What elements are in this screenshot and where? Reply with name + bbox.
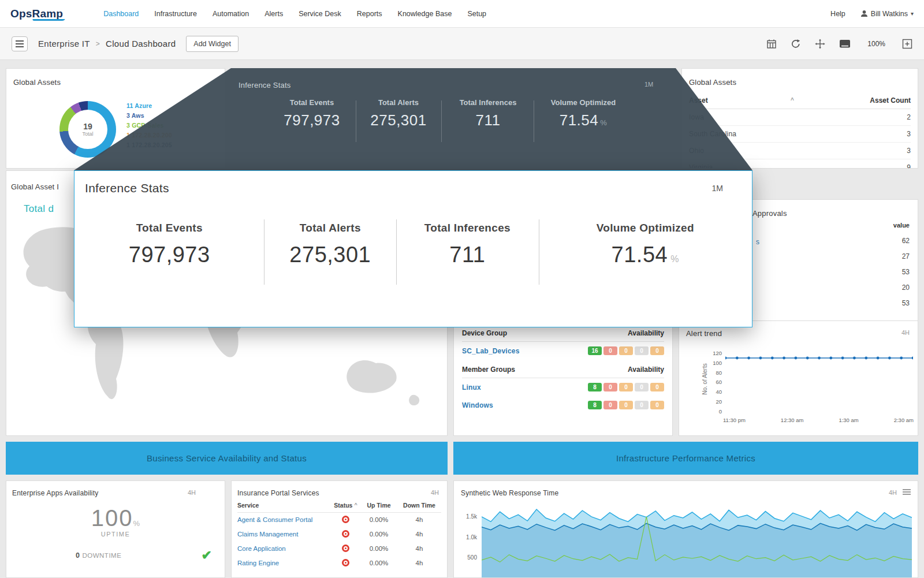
metric-value: 275,301 [264, 243, 396, 267]
metric-total-inferences: Total Inferences 711 [396, 217, 538, 285]
donut-total-label: Total [82, 131, 93, 137]
metric-value: 797,973 [74, 243, 264, 267]
col-downtime[interactable]: Down Time [399, 502, 439, 509]
approval-link-fragment[interactable]: s [756, 238, 759, 246]
synthetic-response-chart[interactable] [482, 506, 912, 578]
badge-unknown[interactable]: 0 [635, 383, 649, 391]
col-status[interactable]: Status^ [333, 502, 359, 509]
metric-total-events: Total Events 797,973 [74, 217, 264, 285]
member-group-link[interactable]: Windows [462, 401, 493, 409]
badge-unknown[interactable]: 0 [635, 401, 649, 409]
nav-automation[interactable]: Automation [213, 10, 249, 18]
insurance-table-header: Service Status^ Up Time Down Time [237, 502, 441, 513]
nav-alerts[interactable]: Alerts [264, 10, 283, 18]
expand-icon[interactable] [902, 39, 912, 49]
badge-critical[interactable]: 0 [603, 346, 617, 355]
move-icon[interactable] [815, 39, 825, 49]
x-tick: 1:30 am [839, 417, 858, 423]
badge-critical[interactable]: 0 [603, 401, 617, 409]
add-widget-button[interactable]: Add Widget [186, 36, 239, 52]
asset-count: 9 [907, 163, 911, 169]
nav-knowledge-base[interactable]: Knowledge Base [398, 10, 452, 18]
col-service[interactable]: Service [237, 502, 333, 509]
member-group-link[interactable]: Linux [462, 383, 481, 391]
period-label: 4H [188, 489, 196, 496]
menu-icon[interactable] [12, 36, 28, 51]
badge-unknown[interactable]: 0 [635, 346, 649, 355]
badge-critical[interactable]: 0 [603, 383, 617, 391]
metric-label: Total Inferences [445, 98, 531, 107]
x-tick: 11:30 pm [723, 417, 746, 423]
sort-caret-icon: ^ [791, 97, 794, 103]
service-link[interactable]: Agent & Consumer Portal [237, 516, 333, 523]
badge-maintenance[interactable]: 0 [650, 401, 664, 409]
col-uptime[interactable]: Up Time [359, 502, 399, 509]
popup-metrics: Total Events 797,973 Total Alerts 275,30… [74, 217, 752, 285]
badge-warning[interactable]: 0 [619, 346, 633, 355]
badge-warning[interactable]: 0 [619, 401, 633, 409]
uptime-cell: 0.00% [359, 531, 399, 538]
nav-setup[interactable]: Setup [467, 10, 486, 18]
status-error-icon [342, 559, 349, 566]
downtime-cell: 4h [399, 531, 439, 538]
nav-dashboard[interactable]: Dashboard [103, 10, 139, 18]
availability-badges: 8 0 0 0 0 [588, 401, 664, 409]
badge-ok[interactable]: 8 [588, 383, 602, 391]
widget-menu-icon[interactable] [903, 489, 911, 495]
col-availability: Availability [628, 329, 664, 337]
breadcrumb-root[interactable]: Enterprise IT [38, 39, 90, 49]
uptime-value: 100 [91, 505, 133, 531]
col-availability: Availability [628, 366, 664, 374]
asset-count: 3 [907, 147, 911, 155]
calendar-icon[interactable] [766, 39, 777, 49]
badge-ok[interactable]: 16 [588, 346, 602, 355]
badge-maintenance[interactable]: 0 [650, 346, 664, 355]
uptime-cell: 0.00% [359, 516, 399, 523]
user-name: Bill Watkins [871, 10, 908, 18]
uptime-summary: 100% UPTIME [6, 506, 225, 538]
x-tick: 2:30 am [894, 417, 914, 423]
device-group-link[interactable]: SC_Lab_Devices [462, 347, 520, 355]
service-link[interactable]: Rating Engine [237, 560, 333, 566]
service-link[interactable]: Core Application [237, 545, 333, 552]
table-row[interactable]: Iowa 2 [689, 109, 911, 126]
widget-title: Insurance Portal Services [237, 489, 319, 497]
banner-business-service: Business Service Availability and Status [6, 442, 448, 475]
badge-warning[interactable]: 0 [619, 383, 633, 391]
service-link[interactable]: Claims Management [237, 531, 333, 538]
badge-maintenance[interactable]: 0 [650, 383, 664, 391]
assets-table-header[interactable]: Asset ^ Asset Count [689, 94, 911, 109]
service-row: Rating Engine 0.00% 4h [237, 559, 441, 566]
logo-text-ramp: Ramp [32, 8, 64, 20]
metric-value: 71.54 [612, 243, 668, 267]
availability-badges: 8 0 0 0 0 [588, 383, 664, 391]
metric-total-alerts: Total Alerts 275,301 [358, 98, 439, 129]
service-row: Agent & Consumer Portal 0.00% 4h [237, 516, 441, 523]
col-value[interactable]: value [893, 222, 910, 229]
nav-service-desk[interactable]: Service Desk [299, 10, 341, 18]
col-asset-count[interactable]: Asset Count [870, 96, 911, 105]
downtime-cell: 4h [399, 545, 439, 552]
opsramp-logo[interactable]: OpsRamp [10, 8, 63, 20]
refresh-icon[interactable] [791, 39, 801, 49]
zoom-level[interactable]: 100% [865, 38, 888, 50]
legend-item[interactable]: 11 Azure [126, 102, 172, 109]
user-menu[interactable]: Bill Watkins ▾ [860, 10, 914, 18]
widget-title: Alert trend [686, 329, 722, 338]
status-error-icon [342, 516, 349, 523]
presentation-icon[interactable] [839, 39, 851, 49]
badge-ok[interactable]: 8 [588, 401, 602, 409]
widget-title: Enterprise Apps Availability [12, 489, 98, 497]
y-tick: 40 [716, 389, 722, 395]
alert-trend-chart[interactable] [725, 353, 913, 413]
widget-title: Global Assets [689, 78, 736, 87]
user-icon [860, 10, 868, 17]
nav-reports[interactable]: Reports [357, 10, 382, 18]
uptime-label: UPTIME [101, 531, 131, 538]
metric-total-inferences: Total Inferences 711 [445, 98, 531, 129]
nav-help[interactable]: Help [830, 10, 845, 18]
x-tick: 12:30 am [781, 417, 804, 423]
nav-infrastructure[interactable]: Infrastructure [154, 10, 197, 18]
col-member-groups: Member Groups [462, 366, 515, 374]
device-group-row: SC_Lab_Devices 16 0 0 0 0 [462, 342, 664, 360]
